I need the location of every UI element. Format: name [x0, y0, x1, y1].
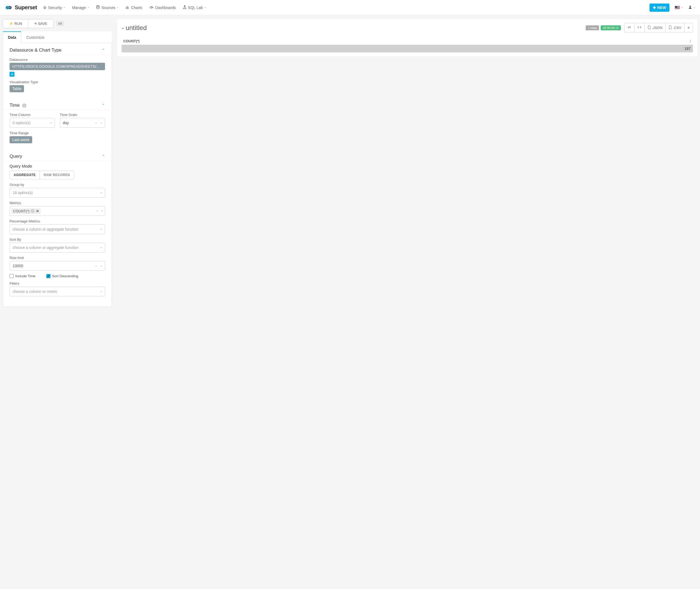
clear-icon[interactable]: ×: [95, 264, 97, 268]
section-query-body: Query Mode AGGREGATE RAW RECORDS Group b…: [3, 163, 111, 304]
new-button-label: NEW: [657, 5, 666, 10]
group-by-label: Group by: [10, 183, 105, 187]
barchart-icon: [125, 5, 129, 10]
mode-aggregate-button[interactable]: AGGREGATE: [10, 171, 40, 179]
pct-metrics-select[interactable]: choose a column or aggregate function ▾: [10, 224, 105, 234]
clear-icon[interactable]: ×: [95, 121, 97, 125]
sort-by-label: Sort By: [10, 237, 105, 241]
remove-metric-icon[interactable]: ✕: [36, 209, 39, 213]
config-tabs: Data Customize: [3, 31, 112, 43]
file-icon: [669, 25, 672, 30]
section-time-title: Time i: [10, 103, 26, 108]
svg-point-5: [151, 8, 152, 9]
chevron-up-icon: ⌃: [102, 48, 105, 52]
chevron-up-icon: ⌃: [102, 103, 105, 108]
nav-sqllab[interactable]: SQL Lab ▾: [183, 5, 206, 10]
section-datasource-body: Datasource HTTPS://DOCS.GOOGLE.COM/SPREA…: [3, 56, 111, 100]
chevron-down-icon: ▾: [64, 6, 65, 9]
rows-badge: 1 rows: [586, 25, 599, 30]
time-range-label: Time Range: [10, 131, 105, 135]
sort-by-select[interactable]: choose a column or aggregate function ▾: [10, 243, 105, 252]
section-datasource-header[interactable]: Datasource & Chart Type ⌃: [5, 44, 110, 55]
config-panel: Datasource & Chart Type ⌃ Datasource HTT…: [3, 43, 112, 307]
flask-icon: [183, 5, 186, 10]
save-button-label: SAVE: [38, 22, 47, 26]
time-grain-select[interactable]: day × ▾: [60, 118, 105, 128]
nav-sources-label: Sources: [101, 5, 115, 10]
tab-customize[interactable]: Customize: [21, 31, 49, 43]
chart-title[interactable]: - untitled: [122, 24, 147, 32]
row-limit-select[interactable]: 10000 × ▾: [10, 261, 105, 271]
chevron-down-icon: ▾: [694, 6, 695, 9]
nav-sqllab-label: SQL Lab: [188, 5, 203, 10]
time-range-pill[interactable]: Last week: [10, 136, 32, 143]
group-by-select[interactable]: 18 option(s) ▾: [10, 188, 105, 198]
time-column-select[interactable]: 0 option(s) ▾: [10, 118, 55, 128]
run-save-group: ⚡ RUN ✢ SAVE: [3, 19, 53, 28]
export-csv-button[interactable]: .CSV: [666, 23, 684, 32]
section-query-header[interactable]: Query ⌃: [5, 150, 110, 161]
nav-dashboards[interactable]: Dashboards: [149, 5, 176, 10]
filters-select[interactable]: choose a column or metric ▾: [10, 286, 105, 297]
sort-desc-label: Sort Descending: [52, 274, 78, 278]
section-datasource-title: Datasource & Chart Type: [10, 47, 62, 53]
mode-raw-button[interactable]: RAW RECORDS: [40, 171, 74, 179]
pct-metrics-placeholder: choose a column or aggregate function: [13, 227, 78, 231]
viztype-value-pill[interactable]: Table: [10, 85, 24, 92]
chevron-down-icon: ▾: [50, 121, 52, 125]
hamburger-icon: ≡: [687, 26, 690, 30]
run-button[interactable]: ⚡ RUN: [3, 19, 28, 28]
nav-sources[interactable]: Sources ▾: [96, 5, 118, 10]
filters-placeholder: choose a column or metric: [13, 289, 57, 294]
export-json-button[interactable]: .JSON: [645, 23, 666, 32]
table-header-row: COUNT(*) ▴▾: [122, 37, 693, 45]
info-icon: i: [22, 104, 26, 108]
chevron-down-icon: ▾: [87, 6, 89, 9]
svg-point-6: [689, 6, 691, 7]
table-cell: 187: [684, 46, 691, 51]
nav-security[interactable]: ⚙ Security ▾: [43, 5, 65, 10]
left-panel: ⚡ RUN ✢ SAVE ⌨ Data Customize Datasource…: [3, 19, 112, 307]
clear-icon[interactable]: ×: [96, 209, 98, 213]
add-datasource-button[interactable]: ＋: [10, 72, 14, 77]
save-button[interactable]: ✢ SAVE: [28, 19, 53, 28]
brand-logo[interactable]: Superset: [5, 4, 37, 11]
timer-badge: 00:00:08.12: [601, 25, 621, 30]
link-icon: [628, 25, 631, 30]
nav-manage-label: Manage: [72, 5, 86, 10]
row-limit-value: 10000: [13, 264, 23, 268]
table-column-header[interactable]: COUNT(*): [123, 39, 140, 43]
result-table: COUNT(*) ▴▾ 187: [122, 37, 693, 52]
sort-desc-input[interactable]: [46, 274, 50, 278]
tab-data[interactable]: Data: [3, 31, 21, 43]
nav-charts[interactable]: Charts: [125, 5, 142, 10]
sort-desc-checkbox[interactable]: Sort Descending: [46, 274, 78, 278]
metrics-select[interactable]: COUNT(*) ? ✕ × ▾: [10, 206, 105, 216]
more-options-button[interactable]: ≡: [684, 23, 693, 32]
sort-icon[interactable]: ▴▾: [690, 39, 691, 43]
datasource-value-pill[interactable]: HTTPS://DOCS.GOOGLE.COM/SPREADSHEETS/D/1…: [10, 63, 105, 70]
metrics-label: Metrics: [10, 201, 105, 205]
include-time-input[interactable]: [10, 274, 14, 278]
plus-icon: ✚: [653, 5, 656, 10]
user-menu[interactable]: ▾: [688, 5, 695, 10]
nav-manage[interactable]: Manage ▾: [72, 5, 89, 10]
language-selector[interactable]: ▾: [675, 6, 683, 9]
new-button[interactable]: ✚ NEW: [650, 4, 669, 12]
chevron-down-icon: ▾: [100, 290, 102, 293]
brand-text: Superset: [15, 4, 37, 11]
section-time-header[interactable]: Time i ⌃: [5, 100, 110, 110]
navbar-right: ✚ NEW ▾ ▾: [650, 4, 695, 12]
embed-button[interactable]: [635, 23, 645, 32]
metric-chip-count[interactable]: COUNT(*) ? ✕: [11, 208, 41, 214]
permalink-button[interactable]: [624, 23, 635, 32]
viztype-label: Visualization Type: [10, 80, 105, 84]
run-button-label: RUN: [14, 22, 22, 26]
include-time-checkbox[interactable]: Include Time: [10, 274, 35, 278]
action-bar: ⚡ RUN ✢ SAVE ⌨: [3, 19, 112, 28]
infinity-icon: [5, 5, 13, 10]
database-icon: [96, 5, 100, 10]
svg-point-1: [96, 5, 99, 7]
include-time-label: Include Time: [15, 274, 35, 278]
chevron-down-icon: ▾: [101, 209, 103, 213]
